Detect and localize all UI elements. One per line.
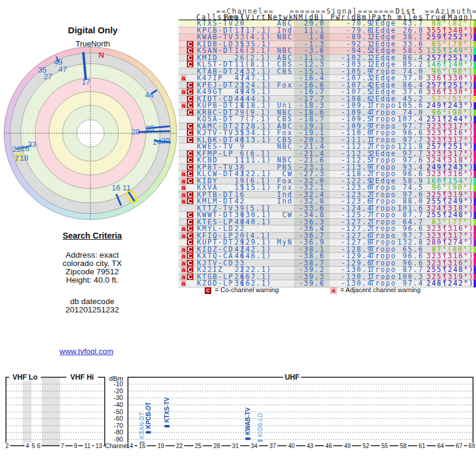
noise-margin: -21.6 bbox=[295, 157, 325, 164]
network: MyN bbox=[262, 239, 293, 246]
signal-path: Tropo bbox=[368, 239, 396, 246]
co-channel-warning-icon: C bbox=[187, 226, 193, 231]
station-table: ==Channel== =======Signal======= Dist ==… bbox=[178, 8, 476, 287]
svg-text:KWAB-TV: KWAB-TV bbox=[245, 407, 251, 435]
noise-margin: -18.7 bbox=[295, 116, 325, 123]
co-channel-warning-icon: C bbox=[187, 233, 193, 239]
adjacent-channel-warning-icon: a bbox=[181, 253, 186, 259]
svg-text:46: 46 bbox=[325, 443, 333, 449]
svg-text:20: 20 bbox=[131, 127, 140, 136]
power-dbm: -123.6 bbox=[326, 198, 372, 205]
signal-path: Tropo bbox=[368, 253, 396, 259]
svg-text:-50: -50 bbox=[114, 408, 123, 415]
power-dbm: -110.0 bbox=[326, 130, 372, 136]
signal-path: Tropo bbox=[368, 102, 396, 109]
signal-path: Tropo bbox=[368, 212, 396, 218]
azimuth-magnetic: (149°) bbox=[443, 48, 474, 54]
noise-margin: 20.0 bbox=[295, 20, 325, 27]
svg-text:61: 61 bbox=[419, 443, 426, 449]
noise-margin: -16.4 bbox=[295, 75, 325, 82]
noise-margin: -36.4 bbox=[295, 226, 325, 232]
azimuth-magnetic: (243°) bbox=[443, 102, 474, 109]
tvfool-link[interactable]: www.tvfool.com bbox=[60, 347, 113, 356]
azimuth-magnetic: (82°) bbox=[443, 20, 474, 27]
azimuth-magnetic: (90°) bbox=[443, 184, 474, 191]
search-criteria: Search Criteria Address: exactcolorado c… bbox=[6, 231, 178, 314]
db-datecode-line: db datecode bbox=[6, 298, 178, 306]
azimuth-magnetic: (244°) bbox=[443, 116, 474, 123]
noise-margin: -36.9 bbox=[295, 239, 325, 246]
co-channel-warning-icon: C bbox=[187, 151, 193, 156]
co-channel-warning-icon: C bbox=[187, 82, 193, 88]
svg-text:7: 7 bbox=[61, 443, 64, 449]
co-channel-warning-icon: C bbox=[187, 253, 193, 259]
noise-margin: -39.6 bbox=[295, 280, 325, 287]
svg-text:35: 35 bbox=[145, 124, 154, 133]
adjacent-channel-warning-icon: a bbox=[181, 226, 186, 231]
table-body: KTXS-TV20ABC20.0-70.92Edge43.788°(82°)KP… bbox=[178, 20, 476, 287]
azimuth-magnetic: (242°) bbox=[443, 280, 474, 287]
azimuth-color-strip bbox=[474, 239, 476, 246]
svg-text:KSAN-DT: KSAN-DT bbox=[139, 412, 145, 439]
svg-text:28: 28 bbox=[214, 443, 221, 449]
svg-text:34: 34 bbox=[250, 443, 258, 449]
noise-margin: -21.4 bbox=[295, 143, 325, 150]
azimuth-magnetic: (248°) bbox=[443, 212, 474, 218]
svg-text:69: 69 bbox=[468, 443, 475, 449]
svg-text:-80: -80 bbox=[114, 428, 123, 436]
network: Fox bbox=[262, 130, 293, 136]
azimuth-magnetic: (330°) bbox=[443, 75, 474, 82]
svg-text:-30: -30 bbox=[114, 394, 123, 401]
warning-legend: C= Co-channel warning a= Adjacent channe… bbox=[178, 286, 476, 295]
svg-text:26: 26 bbox=[21, 144, 29, 153]
noise-margin: 1.8 bbox=[295, 34, 325, 40]
co-channel-warning-icon: C bbox=[187, 130, 193, 136]
table-header: ==Channel== =======Signal======= Dist ==… bbox=[178, 8, 476, 20]
power-dbm: -127.2 bbox=[326, 226, 372, 232]
criteria-line: colorado city, TX bbox=[6, 259, 178, 268]
azimuth-color-strip bbox=[474, 61, 476, 68]
noise-margin: -19.1 bbox=[295, 130, 325, 136]
svg-text:16: 16 bbox=[139, 443, 146, 449]
azimuth-color-strip bbox=[474, 102, 476, 109]
svg-text:23: 23 bbox=[12, 145, 21, 154]
power-dbm: -129.4 bbox=[326, 253, 372, 259]
channel-virtual: (22.1) bbox=[240, 267, 271, 273]
co-channel-warning-icon: C bbox=[187, 102, 193, 108]
co-channel-warning-icon: C bbox=[187, 48, 193, 54]
svg-text:49: 49 bbox=[344, 443, 351, 449]
svg-text:2: 2 bbox=[5, 443, 9, 449]
adjacent-channel-warning-icon: a bbox=[181, 178, 186, 184]
svg-text:VHF Hi: VHF Hi bbox=[70, 373, 93, 381]
power-dbm: -107.3 bbox=[326, 75, 372, 82]
criteria-line: Zipcode 79512 bbox=[6, 268, 178, 276]
svg-text:27: 27 bbox=[43, 72, 52, 81]
co-channel-warning-icon: C bbox=[187, 89, 193, 95]
co-channel-warning-icon: C bbox=[187, 192, 193, 198]
svg-text:N: N bbox=[99, 51, 104, 60]
co-channel-warning-icon: C bbox=[187, 212, 193, 218]
signal-path: Tropo bbox=[368, 184, 396, 191]
noise-margin: -39.2 bbox=[295, 267, 325, 273]
channel-virtual: (46.1) bbox=[240, 253, 271, 259]
azimuth-magnetic: (274°) bbox=[443, 239, 474, 246]
signal-path: Tropo bbox=[368, 171, 396, 177]
signal-path: 2Edge bbox=[368, 89, 396, 95]
signal-path: 2Edge bbox=[368, 61, 396, 68]
power-dbm: -125.7 bbox=[326, 212, 372, 218]
svg-text:VHF Lo: VHF Lo bbox=[12, 373, 37, 381]
network: NBC bbox=[262, 34, 293, 40]
svg-text:52: 52 bbox=[363, 443, 370, 449]
criteria-line: Height: 40.0 ft. bbox=[6, 276, 178, 284]
co-channel-warning-icon: C bbox=[187, 178, 193, 184]
adjacent-channel-warning-icon: a bbox=[330, 287, 337, 294]
co-channel-warning-icon: C bbox=[187, 219, 193, 225]
svg-text:13: 13 bbox=[95, 443, 102, 449]
polar-azimuth-chart: 174947352744203524293326237181611N bbox=[4, 46, 177, 220]
network: ABC bbox=[262, 20, 293, 27]
svg-text:KTXS-TV: KTXS-TV bbox=[164, 397, 170, 422]
azimuth-color-strip bbox=[474, 178, 476, 185]
co-channel-warning-icon: C bbox=[187, 246, 193, 252]
power-dbm: -130.1 bbox=[326, 267, 372, 273]
power-dbm: -112.5 bbox=[326, 157, 372, 164]
